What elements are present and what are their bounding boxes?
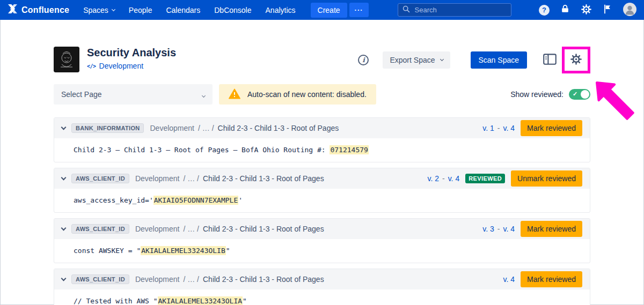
feedback-flag-button[interactable] — [602, 4, 613, 16]
gear-icon — [570, 53, 582, 67]
unmark-reviewed-button[interactable]: Unmark reviewed — [511, 170, 582, 187]
finding-type-badge: BANK_INFORMATION — [71, 123, 144, 133]
mark-reviewed-button[interactable]: Mark reviewed — [521, 120, 582, 136]
chevron-down-icon[interactable] — [61, 175, 67, 180]
page: Confluence Spaces People Calendars DbCon… — [0, 0, 644, 305]
version-from-link[interactable]: v. 4 — [503, 275, 515, 284]
finding-body: Child 2-3 – Child 1-3 – Root of Pages – … — [54, 138, 590, 162]
annotation-highlight-box — [562, 47, 590, 73]
chevron-down-icon — [112, 7, 115, 11]
nav-item-people[interactable]: People — [129, 6, 152, 14]
nav-item-calendars[interactable]: Calendars — [166, 6, 200, 14]
space-titles: Security Analysis </> Development — [87, 47, 176, 70]
version-from-link[interactable]: v. 1 — [482, 124, 494, 132]
reviewed-badge: REVIEWED — [465, 174, 505, 183]
version-dash: - — [497, 124, 500, 132]
space-link-row: </> Development — [87, 62, 176, 70]
breadcrumb-root: Development — [150, 124, 194, 132]
show-reviewed-label: Show reviewed: — [510, 90, 564, 99]
finding-breadcrumb: Development / … / Child 2-3 - Child 1-3 … — [135, 225, 324, 233]
version-dash: - — [442, 174, 445, 183]
finding-snippet: Child 2-3 – Child 1-3 – Root of Pages – … — [74, 145, 369, 154]
nav-item-dbconsole[interactable]: DbConsole — [214, 6, 251, 14]
main-content: Security Analysis </> Development i Expo… — [54, 47, 590, 305]
more-menu-button[interactable]: ··· — [349, 3, 369, 17]
version-to-link[interactable]: v. 4 — [503, 225, 515, 233]
breadcrumb-page-link[interactable]: Child 2-3 - Child 1-3 - Root of Pages — [203, 275, 324, 284]
show-reviewed-control: Show reviewed: ✓ — [510, 89, 590, 100]
show-reviewed-toggle[interactable]: ✓ — [569, 89, 590, 100]
finding-row: BANK_INFORMATION Development / … / Child… — [54, 117, 590, 162]
version-from-link[interactable]: v. 3 — [482, 225, 494, 233]
chevron-down-icon — [202, 94, 206, 98]
restricted-access-button[interactable] — [560, 4, 570, 16]
finding-breadcrumb: Development / … / Child 2-3 - Child 1-3 … — [135, 275, 324, 284]
mark-reviewed-button[interactable]: Mark reviewed — [521, 221, 582, 237]
breadcrumb-separator: / … / — [198, 124, 214, 132]
select-page-dropdown[interactable]: Select Page — [54, 84, 213, 105]
top-nav: Confluence Spaces People Calendars DbCon… — [0, 0, 644, 20]
create-button[interactable]: Create — [311, 3, 347, 18]
finding-header[interactable]: AWS_CLIENT_ID Development / … / Child 2-… — [54, 219, 590, 239]
finding-snippet: // Tested with AWS "AKIALALEMEL33243OLIA… — [74, 296, 247, 305]
snippet-highlight: AKIALALEMEL33243OLIA — [158, 296, 243, 305]
finding-type-badge: AWS_CLIENT_ID — [71, 174, 129, 183]
export-space-button[interactable]: Export Space — [383, 51, 450, 69]
finding-header[interactable]: AWS_CLIENT_ID Development / … / Child 2-… — [54, 168, 590, 189]
version-to-link[interactable]: v. 4 — [503, 124, 515, 132]
breadcrumb-page-link[interactable]: Child 2-3 - Child 1-3 - Root of Pages — [218, 124, 339, 132]
version-from-link[interactable]: v. 2 — [427, 174, 439, 183]
breadcrumb-root: Development — [135, 225, 180, 233]
finding-snippet: aws_access_key_id='AKIAIO5FODNN7EXAMPLE' — [74, 196, 243, 205]
space-logo — [54, 47, 79, 72]
scan-space-button[interactable]: Scan Space — [471, 51, 528, 69]
version-range: v. 1 - v. 4 — [482, 124, 515, 132]
chevron-down-icon[interactable] — [61, 225, 67, 230]
nav-item-spaces[interactable]: Spaces — [83, 6, 115, 14]
mark-reviewed-button[interactable]: Mark reviewed — [521, 271, 582, 287]
finding-type-badge: AWS_CLIENT_ID — [71, 224, 129, 234]
snippet-highlight: 071214579 — [330, 145, 368, 154]
search-input[interactable] — [414, 5, 510, 14]
snippet-highlight: AKIAIO5FODNN7EXAMPLE — [153, 196, 239, 205]
breadcrumb-root: Development — [135, 174, 180, 183]
primary-nav: Spaces People Calendars DbConsole Analyt… — [83, 6, 295, 14]
breadcrumb-page-link[interactable]: Child 2-3 - Child 1-3 - Root of Pages — [203, 225, 324, 233]
finding-row: AWS_CLIENT_ID Development / … / Child 2-… — [54, 168, 590, 213]
space-settings-button[interactable] — [570, 53, 582, 67]
finding-row: AWS_CLIENT_ID Development / … / Child 2-… — [54, 218, 590, 263]
user-avatar-button[interactable] — [623, 3, 636, 18]
findings-list: BANK_INFORMATION Development / … / Child… — [54, 117, 590, 305]
finding-breadcrumb: Development / … / Child 2-3 - Child 1-3 … — [135, 174, 324, 183]
search-icon — [402, 5, 410, 15]
lock-icon — [560, 4, 570, 16]
finding-row: AWS_CLIENT_ID Development / … / Child 2-… — [54, 269, 590, 305]
space-link[interactable]: Development — [99, 62, 144, 70]
finding-breadcrumb: Development / … / Child 2-3 - Child 1-3 … — [150, 124, 339, 132]
help-button[interactable]: ? — [539, 5, 550, 16]
breadcrumb-page-link[interactable]: Child 2-3 - Child 1-3 - Root of Pages — [203, 174, 324, 183]
search-box[interactable] — [398, 3, 511, 17]
confluence-home-link[interactable]: Confluence — [8, 4, 69, 16]
version-to-link[interactable]: v. 4 — [448, 174, 460, 183]
side-panel-toggle-button[interactable] — [543, 54, 557, 66]
finding-snippet: const AWSKEY = "AKIALALEMEL33243OLIB" — [74, 246, 230, 255]
chevron-down-icon[interactable] — [61, 124, 67, 130]
info-icon[interactable]: i — [358, 55, 369, 65]
finding-body: // Tested with AWS "AKIALALEMEL33243OLIA… — [54, 289, 590, 305]
version-range: v. 4 — [503, 275, 515, 284]
warning-icon — [229, 88, 240, 101]
flag-icon — [602, 4, 613, 16]
brand-name: Confluence — [21, 5, 69, 15]
finding-header[interactable]: BANK_INFORMATION Development / … / Child… — [54, 118, 590, 138]
code-icon: </> — [87, 63, 96, 69]
snippet-highlight: AKIALALEMEL33243OLIB — [141, 246, 226, 255]
admin-settings-button[interactable] — [581, 4, 592, 17]
gear-icon — [581, 4, 592, 17]
finding-header[interactable]: AWS_CLIENT_ID Development / … / Child 2-… — [54, 269, 590, 289]
space-header: Security Analysis </> Development i Expo… — [54, 47, 590, 73]
annotation-arrow — [587, 73, 640, 125]
chevron-down-icon[interactable] — [61, 276, 67, 281]
nav-item-analytics[interactable]: Analytics — [266, 6, 296, 14]
finding-body: aws_access_key_id='AKIAIO5FODNN7EXAMPLE' — [54, 189, 590, 212]
